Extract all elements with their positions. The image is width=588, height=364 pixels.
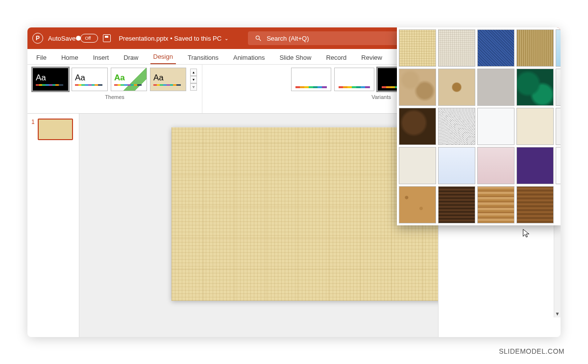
theme-thumb-4[interactable]: Aa — [150, 68, 186, 91]
tab-home[interactable]: Home — [58, 51, 81, 64]
watermark: SLIDEMODEL.COM — [499, 347, 564, 355]
texture-green-marble[interactable] — [516, 69, 554, 106]
texture-white-marble[interactable] — [556, 69, 561, 106]
texture-denim[interactable] — [477, 29, 514, 67]
texture-paper-bag[interactable] — [399, 69, 436, 106]
cursor-icon — [522, 228, 530, 238]
themes-gallery-scroll[interactable]: ▴▾▿ — [190, 69, 197, 91]
texture-bouquet[interactable] — [556, 147, 561, 184]
svg-point-0 — [256, 36, 259, 39]
texture-oak[interactable] — [477, 186, 514, 223]
document-title[interactable]: Presentation.pptx • Saved to this PC ⌄ — [119, 35, 228, 42]
texture-recycled-paper[interactable] — [516, 108, 554, 145]
texture-woven-mat[interactable] — [516, 29, 554, 67]
themes-group: Aa Aa Aa Aa ▴▾▿ Themes — [27, 65, 202, 113]
texture-walnut[interactable] — [438, 186, 475, 223]
theme-thumb-1[interactable]: Aa — [32, 68, 69, 91]
tab-transitions[interactable]: Transitions — [185, 51, 221, 64]
tab-animations[interactable]: Animations — [230, 51, 268, 64]
texture-canvas[interactable] — [438, 29, 475, 67]
texture-granite[interactable] — [438, 108, 475, 145]
tab-file[interactable]: File — [33, 51, 49, 64]
texture-newsprint[interactable] — [477, 108, 514, 145]
texture-linen[interactable] — [399, 29, 436, 67]
variant-thumb-1[interactable] — [291, 68, 331, 91]
texture-stationery[interactable] — [399, 147, 436, 184]
save-icon[interactable] — [103, 34, 111, 42]
themes-group-label: Themes — [105, 94, 124, 100]
variants-group-label: Variants — [371, 94, 391, 100]
texture-gallery-popup — [397, 27, 561, 225]
tab-review[interactable]: Review — [358, 51, 385, 64]
slide-number: 1 — [31, 119, 35, 140]
texture-fish-fossil[interactable] — [438, 69, 475, 106]
variant-thumb-2[interactable] — [334, 68, 374, 91]
search-placeholder: Search (Alt+Q) — [267, 35, 309, 42]
texture-water-droplets[interactable] — [556, 29, 561, 67]
texture-cork[interactable] — [399, 186, 436, 223]
chevron-down-icon: ⌄ — [224, 36, 228, 41]
tab-slideshow[interactable]: Slide Show — [276, 51, 314, 64]
texture-sand[interactable] — [477, 69, 514, 106]
autosave-label: AutoSave — [48, 35, 75, 42]
tab-insert[interactable]: Insert — [90, 51, 112, 64]
slide-thumbnail-panel: 1 — [27, 114, 79, 337]
texture-brown-marble[interactable] — [399, 108, 436, 145]
tab-draw[interactable]: Draw — [121, 51, 141, 64]
theme-thumb-3[interactable]: Aa — [111, 68, 147, 91]
tab-design[interactable]: Design — [150, 50, 176, 64]
texture-medium-wood[interactable] — [516, 186, 554, 223]
texture-blue-tissue[interactable] — [438, 147, 475, 184]
autosave-toggle[interactable]: Off — [80, 34, 98, 43]
theme-thumb-2[interactable]: Aa — [72, 68, 108, 91]
slide-thumbnail-1[interactable] — [38, 119, 73, 140]
tab-record[interactable]: Record — [323, 51, 349, 64]
powerpoint-icon: P — [32, 33, 43, 44]
texture-parchment[interactable] — [556, 108, 561, 145]
svg-line-1 — [259, 39, 261, 41]
texture-pink-tissue[interactable] — [477, 147, 514, 184]
search-icon — [255, 35, 262, 42]
texture-purple-mesh[interactable] — [516, 147, 554, 184]
